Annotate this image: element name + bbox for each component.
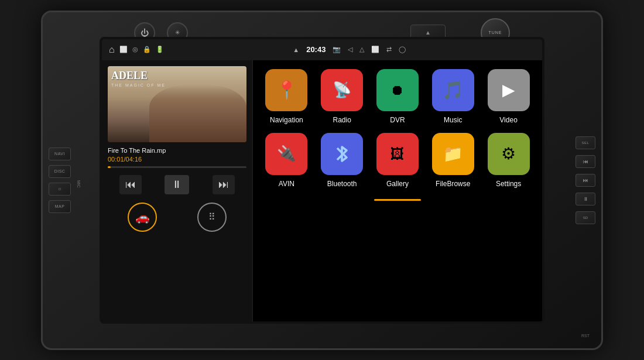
battery-icon: 🔋 [156,46,164,53]
app-bluetooth[interactable]: Bluetooth [316,133,368,188]
indicator-line [374,199,421,201]
app-navigation[interactable]: 📍 Navigation [260,69,313,124]
status-center: ▲ 20:43 📷 ◁ △ ⬜ ⇄ ◯ [293,45,406,54]
prev-button[interactable]: ⏮ [119,175,142,194]
bluetooth-label: Bluetooth [327,180,357,188]
usb-icon: ⇄ [386,46,392,53]
bluetooth-icon [321,133,363,175]
bottom-indicator [259,199,536,201]
gallery-icon: 🖼 [376,133,419,175]
gallery-label: Gallery [386,180,409,188]
sel-button[interactable]: SEL [576,136,595,149]
radio-label: Radio [333,116,351,124]
android-icon: ◯ [399,46,406,53]
app-radio[interactable]: 📡 Radio [316,69,368,124]
main-area: ADELE THE MAGIC OF ME Fire To The Rain.m… [102,60,542,321]
prev-track-button[interactable]: ⏮ [576,155,595,168]
app-video[interactable]: ▶ Video [482,69,535,124]
navigation-label: Navigation [270,116,303,124]
music-panel: ADELE THE MAGIC OF ME Fire To The Rain.m… [102,60,253,321]
car-head-unit: ⏻ ✳ ▲ TUNE MIC NAVI DISC ○ MAP SEL ⏮ ⏭ ⏸… [41,11,603,350]
app-row-1: 📍 Navigation 📡 Radio ⏺ DVR [259,69,536,124]
navi-button[interactable]: NAVI [49,148,71,160]
video-label: Video [499,116,517,124]
video-icon: ▶ [488,69,530,111]
left-side-buttons: NAVI DISC ○ MAP [49,148,71,213]
right-side-buttons: SEL ⏮ ⏭ ⏸ SD [576,136,595,224]
sd-button[interactable]: SD [576,211,595,224]
lock-icon: 🔒 [143,46,151,53]
settings-icon: ⚙ [488,133,530,175]
current-time: 00:01 [108,156,124,163]
playback-controls: ⏮ ⏸ ⏭ [108,175,246,194]
status-bar: ⌂ ⬜ ◎ 🔒 🔋 ▲ 20:43 📷 ◁ △ ⬜ ⇄ ◯ [102,39,542,60]
car-icon-button[interactable]: 🚗 [128,203,157,232]
avin-label: AVIN [279,180,294,188]
mic-label: MIC [77,180,81,188]
app-avin[interactable]: 🔌 AVIN [260,133,313,188]
app-gallery[interactable]: 🖼 Gallery [371,133,424,188]
album-art: ADELE THE MAGIC OF ME [108,66,246,142]
app-row-2: 🔌 AVIN Bluetooth 🖼 [259,133,536,188]
wifi-icon: ▲ [293,46,299,53]
radio-status-icon: ◎ [132,46,138,53]
media-icon: ⬜ [371,46,379,53]
total-time: 04:16 [126,156,142,163]
status-left: ⌂ ⬜ ◎ 🔒 🔋 [109,44,164,55]
music-label: Music [444,116,462,124]
progress-bar-fill [108,166,111,168]
next-button[interactable]: ⏭ [213,175,235,194]
cam-icon: 📷 [333,46,341,53]
speaker-icon: ◁ [348,46,352,53]
dvr-label: DVR [390,116,405,124]
app-grid-panel: 📍 Navigation 📡 Radio ⏺ DVR [253,60,542,321]
disc-button[interactable]: DISC [49,165,71,178]
dvr-icon: ⏺ [376,69,419,111]
artist-name: ADELE [111,70,148,82]
filebrowse-icon: 📁 [432,133,474,175]
app-settings[interactable]: ⚙ Settings [482,133,535,188]
navigation-icon: 📍 [265,69,307,111]
rst-label: RST [581,334,590,338]
settings-label: Settings [496,180,521,188]
adele-cover: ADELE THE MAGIC OF ME [108,66,246,142]
song-time: 00:01/04:16 [108,156,246,163]
music-icon: 🎵 [432,69,474,111]
progress-bar-container[interactable] [108,166,246,168]
avin-icon: 🔌 [265,133,307,175]
radio-icon: 📡 [321,69,363,111]
app-music[interactable]: 🎵 Music [427,69,479,124]
home-icon[interactable]: ⌂ [109,44,115,55]
map-button[interactable]: MAP [49,200,71,213]
song-title: Fire To The Rain.mp [108,147,246,154]
play-pause-button[interactable]: ⏸ [165,175,189,194]
status-time: 20:43 [306,45,326,54]
next-track-button[interactable]: ⏭ [576,174,595,187]
filebrowse-label: FileBrowse [436,180,470,188]
bottom-icons: 🚗 ⠿ [108,203,246,232]
screenshot-icon: ⬜ [119,46,128,53]
album-subtitle: THE MAGIC OF ME [111,83,166,87]
album-art-figure [149,85,246,142]
app-dvr[interactable]: ⏺ DVR [371,69,424,124]
circle-button[interactable]: ○ [49,183,71,196]
eject-status-icon: △ [359,46,364,53]
play-pause-right-button[interactable]: ⏸ [576,193,595,205]
grid-icon-button[interactable]: ⠿ [197,203,227,232]
main-screen: ⌂ ⬜ ◎ 🔒 🔋 ▲ 20:43 📷 ◁ △ ⬜ ⇄ ◯ [100,37,544,324]
app-filebrowse[interactable]: 📁 FileBrowse [427,133,479,188]
